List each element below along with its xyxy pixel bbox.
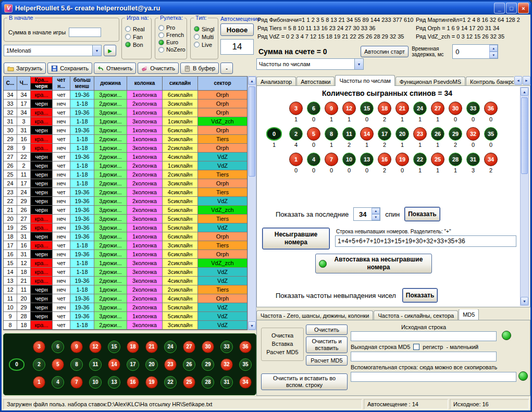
wheel-number-16[interactable]: 16 <box>127 376 139 389</box>
wheel-number-5[interactable]: 5 <box>307 127 320 141</box>
radio-fan[interactable]: Fan <box>125 33 151 41</box>
table-row[interactable]: 3031черннеч19-363дюжи...1колонка6сиклайн… <box>4 126 247 135</box>
scrollbar-thumb[interactable] <box>521 97 528 174</box>
save-button[interactable]: Сохранить <box>47 63 92 74</box>
wheel-number-33[interactable]: 33 <box>220 341 233 353</box>
wheel-number-35[interactable]: 35 <box>239 358 252 371</box>
table-row[interactable]: 262чернчет1-181дюжи...2колонка1сиклайнVd… <box>4 161 247 170</box>
table-row[interactable]: 2126чернчет19-363дюжи...2колонка5сиклайн… <box>4 206 247 215</box>
wheel-number-15[interactable]: 15 <box>108 341 120 353</box>
wheel-number-12[interactable]: 12 <box>342 102 356 115</box>
wheel-number-17[interactable]: 17 <box>378 127 391 141</box>
missed-numbers-field[interactable]: 1+4+5+6+7+10+13+15+19+30+32+33+35+36 <box>335 235 516 247</box>
new-button[interactable]: Новое <box>220 23 254 36</box>
wheel-number-29[interactable]: 29 <box>449 127 462 141</box>
wheel-number-36[interactable]: 36 <box>239 341 252 353</box>
table-row[interactable]: 928чернчет19-363дюжи...1колонка5сиклайнV… <box>4 312 247 321</box>
wheel-number-24[interactable]: 24 <box>164 341 177 353</box>
wheel-number-32[interactable]: 32 <box>220 358 233 371</box>
wheel-number-16[interactable]: 16 <box>378 153 391 166</box>
table-row[interactable]: 1321кра...неч19-362дюжи...3колонка4сикла… <box>4 277 247 285</box>
table-row[interactable]: 1631черннеч19-363дюжи...1колонка6сиклайн… <box>4 250 247 259</box>
wheel-number-21[interactable]: 21 <box>395 102 409 115</box>
table-row[interactable]: 1211черннеч1-181дюжи...2колонка2сиклайнT… <box>4 285 247 294</box>
dropdown-arrow-icon[interactable]: ▼ <box>354 59 363 69</box>
radio-pro[interactable]: Pro <box>158 24 187 31</box>
wheel-number-17[interactable]: 17 <box>127 358 139 371</box>
wheel-number-0[interactable]: 0 <box>266 127 282 141</box>
table-row[interactable]: 1512кра...чет1-181дюжи...3колонка2сиклай… <box>4 259 247 268</box>
buffer-button[interactable]: В буфер <box>180 63 219 74</box>
wheel-number-3[interactable]: 3 <box>289 102 303 115</box>
spin-down-icon[interactable]: ▼ <box>372 214 380 220</box>
table-row[interactable]: 1120чернчет19-362дюжи...2колонка4сиклайн… <box>4 294 247 303</box>
wheel-number-4[interactable]: 4 <box>52 376 64 389</box>
tab-scroll-left-icon[interactable]: ◄ <box>514 76 522 85</box>
start-sum-input[interactable] <box>69 28 101 37</box>
wheel-number-9[interactable]: 9 <box>70 341 83 353</box>
spin-down-icon[interactable]: ▼ <box>489 52 498 58</box>
aux-string-field[interactable] <box>351 372 516 382</box>
delay-spinner[interactable]: 0 ▲▼ <box>452 44 498 59</box>
table-row[interactable]: 3317черннеч1-182дюжи...2колонка3сиклайнO… <box>4 99 247 108</box>
radio-multi[interactable]: Multi <box>194 33 218 41</box>
wheel-number-33[interactable]: 33 <box>466 102 480 115</box>
wheel-number-10[interactable]: 10 <box>89 376 102 389</box>
main-tab-2[interactable]: Частоты по числам <box>335 75 394 86</box>
wheel-number-14[interactable]: 14 <box>108 358 120 371</box>
wheel-number-11[interactable]: 11 <box>89 358 102 371</box>
table-row[interactable]: 1925кра...неч19-363дюжи...1колонка5сикла… <box>4 223 247 232</box>
scroll-up-icon[interactable]: ▲ <box>521 88 528 96</box>
wheel-number-18[interactable]: 18 <box>127 341 139 353</box>
wheel-number-19[interactable]: 19 <box>395 153 409 166</box>
scrollbar-track[interactable] <box>521 96 528 297</box>
wheel-number-12[interactable]: 12 <box>89 341 102 353</box>
table-scrollbar[interactable]: ▲ ▼ <box>248 76 256 330</box>
table-row[interactable]: 3434кра...чет19-363дюжи...1колонка6сикла… <box>4 91 247 99</box>
scroll-up-icon[interactable]: ▲ <box>248 77 256 85</box>
wheel-number-34[interactable]: 34 <box>484 153 498 166</box>
table-row[interactable]: 2324чернчет19-362дюжи...3колонка4сиклайн… <box>4 188 247 197</box>
wheel-number-31[interactable]: 31 <box>220 376 233 389</box>
mode-dropdown[interactable]: Частоты по числам ▼ <box>256 58 364 70</box>
play-button[interactable]: ▶ <box>104 45 116 56</box>
dropdown-arrow-icon[interactable]: ▼ <box>92 45 101 56</box>
table-row[interactable]: 289кра...неч1-181дюжи...3колонка2сиклайн… <box>4 144 247 153</box>
spin-up-icon[interactable]: ▲ <box>489 45 498 52</box>
table-row[interactable]: 3234кра...чет19-363дюжи...1колонка6сикла… <box>4 108 247 117</box>
main-tab-1[interactable]: Автоставки <box>296 77 335 86</box>
wheel-number-18[interactable]: 18 <box>378 102 391 115</box>
wheel-number-30[interactable]: 30 <box>202 341 214 353</box>
wheel-number-22[interactable]: 22 <box>413 153 427 166</box>
wheel-number-8[interactable]: 8 <box>325 127 338 141</box>
wheel-number-29[interactable]: 29 <box>202 358 214 371</box>
wheel-number-25[interactable]: 25 <box>183 376 195 389</box>
wheel-number-28[interactable]: 28 <box>202 376 214 389</box>
wheel-number-2[interactable]: 2 <box>289 127 303 141</box>
radio-french[interactable]: French <box>158 31 187 39</box>
load-button[interactable]: Загрузить <box>4 63 46 74</box>
preset-dropdown[interactable]: 1Melonati ▼ <box>4 45 102 56</box>
bottom-tab-0[interactable]: Частота - Zero, шансы, дюжины, колонки <box>256 310 373 320</box>
radio-live[interactable]: Live <box>194 41 218 48</box>
main-tab-0[interactable]: Анализатор <box>256 77 296 86</box>
source-string-field[interactable] <box>351 331 497 341</box>
autospin-start-button[interactable]: Автоспин старт <box>361 46 409 57</box>
wheel-number-0[interactable]: 0 <box>9 358 24 371</box>
bottom-tab-1[interactable]: Частота - сиклайны, сектора <box>374 310 458 320</box>
wheel-number-13[interactable]: 13 <box>108 376 120 389</box>
spin-up-icon[interactable]: ▲ <box>372 208 380 214</box>
maximize-button[interactable]: □ <box>506 3 517 14</box>
bottom-tab-2[interactable]: MD5 <box>459 309 479 320</box>
wheel-number-22[interactable]: 22 <box>164 376 177 389</box>
scroll-down-icon[interactable]: ▼ <box>248 321 256 330</box>
wheel-number-6[interactable]: 6 <box>52 341 64 353</box>
wheel-number-20[interactable]: 20 <box>395 127 409 141</box>
wheel-number-11[interactable]: 11 <box>342 127 356 141</box>
green-led-button[interactable] <box>502 331 511 340</box>
table-row[interactable]: 2916кра...чет1-182дюжи...1колонка3сиклай… <box>4 135 247 144</box>
md5-calc-button[interactable]: Расчет MD5 <box>306 355 348 366</box>
undo-button[interactable]: Отменить <box>94 63 136 74</box>
frequency-panel-scrollbar[interactable]: ▲ ▼ <box>520 87 529 306</box>
wheel-number-19[interactable]: 19 <box>145 376 158 389</box>
